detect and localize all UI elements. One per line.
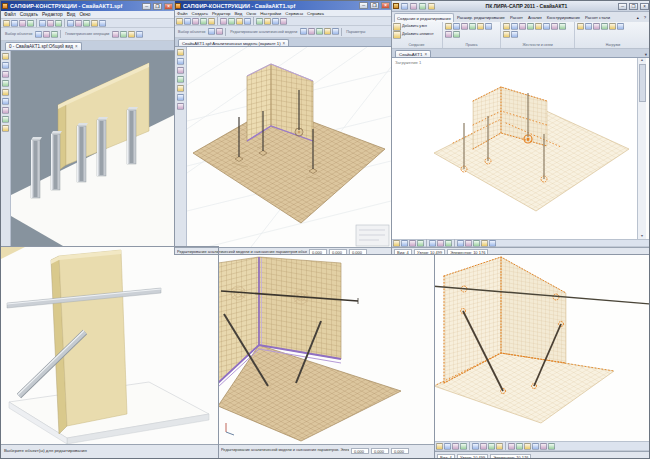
view-tool-icon[interactable] xyxy=(532,443,539,450)
add-node-button[interactable]: Добавить узел xyxy=(393,23,440,31)
ribbon-icon[interactable] xyxy=(593,23,600,30)
tool-icon[interactable] xyxy=(2,71,9,78)
view-tool-icon[interactable] xyxy=(472,443,479,450)
ribbon-icon[interactable] xyxy=(617,23,624,30)
ribbon-tab-create[interactable]: Создание и редактирование xyxy=(394,13,454,22)
view-tool-icon[interactable] xyxy=(465,240,472,247)
menu-item-edit[interactable]: Редактор xyxy=(212,11,231,16)
view-tool-icon[interactable] xyxy=(445,240,452,247)
ribbon-tab-steel[interactable]: Расчет стали xyxy=(583,13,612,22)
toolbar-icon[interactable] xyxy=(200,18,207,25)
tab-close-icon[interactable]: × xyxy=(75,43,78,51)
toolbar-icon[interactable] xyxy=(136,31,143,38)
view-tool-icon[interactable] xyxy=(489,240,496,247)
ribbon-icon[interactable] xyxy=(469,23,476,30)
toolbar-icon[interactable] xyxy=(256,18,263,25)
toolbar-icon[interactable] xyxy=(324,28,331,35)
view-tool-icon[interactable] xyxy=(409,240,416,247)
view-tool-icon[interactable] xyxy=(429,240,436,247)
close-button[interactable]: × xyxy=(164,3,173,10)
menu-item-help[interactable]: Справка xyxy=(307,11,324,16)
menu-item-edit[interactable]: Редактор xyxy=(42,12,63,17)
tool-icon[interactable] xyxy=(177,58,184,65)
view-tool-icon[interactable] xyxy=(473,240,480,247)
ribbon-icon[interactable] xyxy=(453,31,460,38)
viewport-analytic-piles[interactable] xyxy=(187,47,391,247)
toolbar-icon[interactable] xyxy=(67,20,74,27)
toolbar-icon[interactable] xyxy=(272,18,279,25)
toolbar-icon[interactable] xyxy=(300,28,307,35)
view-tool-icon[interactable] xyxy=(524,443,531,450)
ribbon-icon[interactable] xyxy=(577,23,584,30)
view-tool-icon[interactable] xyxy=(393,240,400,247)
toolbar-icon[interactable] xyxy=(75,20,82,27)
view-tool-icon[interactable] xyxy=(481,240,488,247)
view-tool-icon[interactable] xyxy=(540,443,547,450)
coordinate-field[interactable]: 0.000 xyxy=(351,448,369,454)
tool-icon[interactable] xyxy=(177,85,184,92)
menu-item-window[interactable]: Окно xyxy=(246,11,256,16)
toolbar-icon[interactable] xyxy=(120,31,127,38)
maximize-button[interactable]: ❐ xyxy=(370,2,379,9)
quick-access-icon[interactable] xyxy=(419,3,426,10)
tab-close-icon[interactable]: × xyxy=(424,51,427,58)
toolbar-icon[interactable] xyxy=(208,28,215,35)
wall-panel-solid[interactable] xyxy=(51,250,127,434)
ribbon-icon[interactable] xyxy=(503,23,510,30)
view-tool-icon[interactable] xyxy=(437,240,444,247)
ribbon-tab-calc[interactable]: Расчет xyxy=(508,13,525,22)
view-tool-icon[interactable] xyxy=(480,443,487,450)
menu-item-view[interactable]: Вид xyxy=(67,12,76,17)
titlebar[interactable]: САПФИР-КОНСТРУКЦИИ - СвайаАКТ1.spf ─ ❐ × xyxy=(1,1,174,11)
tool-icon[interactable] xyxy=(177,67,184,74)
ribbon-icon[interactable] xyxy=(511,31,518,38)
menu-item-services[interactable]: Сервисы xyxy=(285,11,303,16)
tool-icon[interactable] xyxy=(2,116,9,123)
ribbon-collapse-icon[interactable]: ▴ xyxy=(635,13,641,22)
toolbar-icon[interactable] xyxy=(99,20,106,27)
minimize-button[interactable]: ─ xyxy=(618,3,627,10)
toolbar-icon[interactable] xyxy=(55,20,62,27)
view-tool-icon[interactable] xyxy=(488,443,495,450)
toolbar-icon[interactable] xyxy=(216,28,223,35)
tool-icon[interactable] xyxy=(2,89,9,96)
menu-item-file[interactable]: Файл xyxy=(4,12,16,17)
view-tool-icon[interactable] xyxy=(460,443,467,450)
toolbar-icon[interactable] xyxy=(220,18,227,25)
ribbon-icon[interactable] xyxy=(543,23,550,30)
close-button[interactable]: × xyxy=(381,2,390,9)
view-tool-icon[interactable] xyxy=(436,443,443,450)
toolbar-icon[interactable] xyxy=(184,18,191,25)
ribbon-icon[interactable] xyxy=(511,23,518,30)
toolbar-icon[interactable] xyxy=(228,18,235,25)
document-tab[interactable]: СвайаАКТ1 × xyxy=(395,50,431,57)
coordinate-field[interactable]: 0.000 xyxy=(391,448,409,454)
view-tool-icon[interactable] xyxy=(444,443,451,450)
toolbar-icon[interactable] xyxy=(280,18,287,25)
menu-item-view[interactable]: Вид xyxy=(234,11,242,16)
toolbar-icon[interactable] xyxy=(91,20,98,27)
menu-item-create[interactable]: Создать xyxy=(20,12,38,17)
tool-icon[interactable] xyxy=(177,76,184,83)
maximize-button[interactable]: ❐ xyxy=(629,3,638,10)
ribbon-icon[interactable] xyxy=(445,23,452,30)
toolbar-icon[interactable] xyxy=(19,20,26,27)
minimize-button[interactable]: ─ xyxy=(142,3,151,10)
ribbon-icon[interactable] xyxy=(601,23,608,30)
vertical-scrollbar[interactable]: ▲ ▼ xyxy=(637,58,646,239)
view-tool-icon[interactable] xyxy=(457,240,464,247)
titlebar[interactable]: ПК ЛИРА-САПР 2011 - СвайаАКТ1 ─ ❐ × xyxy=(391,1,650,12)
viewport-analytic-beam[interactable] xyxy=(218,254,434,444)
scrollbar-thumb[interactable] xyxy=(639,64,646,102)
scroll-up-icon[interactable]: ▲ xyxy=(640,58,643,63)
toolbar-icon[interactable] xyxy=(332,28,339,35)
quick-access-icon[interactable] xyxy=(410,3,417,10)
ribbon-icon[interactable] xyxy=(445,31,452,38)
viewport-fem-beam[interactable] xyxy=(431,254,650,441)
ribbon-icon[interactable] xyxy=(559,23,566,30)
view-tool-icon[interactable] xyxy=(516,443,523,450)
ribbon-icon[interactable] xyxy=(477,23,484,30)
ribbon-icon[interactable] xyxy=(461,23,468,30)
menu-item-create[interactable]: Создать xyxy=(192,11,208,16)
toolbar-icon[interactable] xyxy=(192,18,199,25)
